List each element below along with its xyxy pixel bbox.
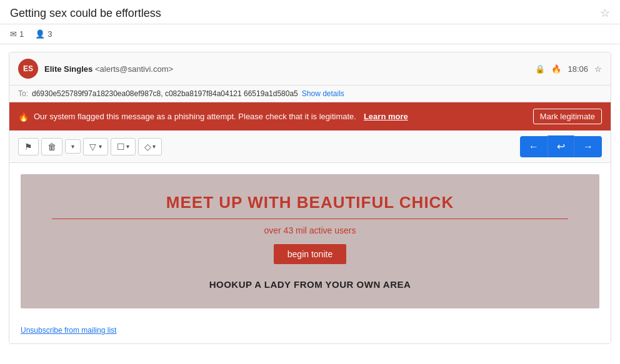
message-icon: ✉	[10, 29, 17, 39]
unsubscribe-link[interactable]: Unsubscribe from mailing list	[21, 326, 116, 335]
spam-subtext: over 43 mil active users	[33, 225, 587, 235]
people-icon: 👤	[35, 29, 45, 39]
fire-icon: 🔥	[551, 64, 561, 74]
email-header-right: 🔒 🔥 18:06 ☆	[535, 64, 602, 74]
email-toolbar: ⚑ 🗑 ▾ ▽ ▾ ☐ ▾ ◇ ▾ ←	[9, 130, 611, 163]
label-chevron-icon: ▾	[152, 143, 156, 150]
phishing-message: Our system flagged this message as a phi…	[34, 112, 356, 121]
filter-icon: ▽	[89, 142, 96, 152]
reply-icon: ↩	[557, 141, 565, 152]
email-container: ES Elite Singles <alerts@santivi.com> 🔒 …	[9, 52, 611, 344]
folder-chevron-icon: ▾	[126, 143, 129, 150]
more-button[interactable]: ▾	[65, 139, 81, 154]
email-header: ES Elite Singles <alerts@santivi.com> 🔒 …	[9, 52, 611, 86]
spam-cta-button[interactable]: begin tonite	[274, 244, 346, 264]
to-label: To:	[18, 89, 28, 98]
move-folder-button[interactable]: ☐ ▾	[111, 138, 136, 155]
to-bar: To: d6930e525789f97a18230ea08ef987c8, c0…	[9, 86, 611, 102]
reply-button[interactable]: ↩	[548, 135, 574, 157]
filter-button[interactable]: ▽ ▾	[83, 138, 108, 155]
email-star-icon[interactable]: ☆	[594, 64, 602, 74]
unsubscribe-bar: Unsubscribe from mailing list	[9, 320, 611, 343]
toolbar-left: ⚑ 🗑 ▾ ▽ ▾ ☐ ▾ ◇ ▾	[18, 138, 162, 155]
folder-icon: ☐	[117, 142, 125, 152]
participants-item: 👤 3	[35, 29, 52, 39]
lock-icon: 🔒	[535, 64, 545, 74]
prev-email-button[interactable]: ←	[520, 136, 548, 157]
phishing-fire-icon: 🔥	[18, 112, 29, 122]
star-icon[interactable]: ☆	[600, 6, 610, 20]
mark-legitimate-button[interactable]: Mark legitimate	[533, 109, 602, 124]
participants-count: 3	[48, 29, 52, 39]
flag-button[interactable]: ⚑	[18, 138, 39, 155]
email-body: MEET UP WITH BEAUTIFUL CHICK over 43 mil…	[9, 174, 611, 343]
meta-bar: ✉ 1 👤 3	[0, 24, 620, 44]
arrow-left-icon: ←	[529, 141, 539, 152]
toolbar-right: ← ↩ →	[520, 135, 602, 157]
sender-email: <alerts@santivi.com>	[95, 64, 173, 74]
arrow-right-icon: →	[583, 141, 593, 152]
next-email-button[interactable]: →	[574, 136, 602, 157]
to-addresses: d6930e525789f97a18230ea08ef987c8, c082ba…	[32, 89, 298, 98]
email-top-bar: Getting sex could be effortless ☆	[0, 0, 620, 24]
spam-footer-text: HOOKUP A LADY FROM YOUR OWN AREA	[33, 279, 587, 290]
email-time: 18:06	[568, 64, 588, 74]
label-button[interactable]: ◇ ▾	[138, 138, 162, 155]
spam-content-block: MEET UP WITH BEAUTIFUL CHICK over 43 mil…	[21, 174, 599, 308]
message-count: 1	[19, 29, 24, 39]
email-subject: Getting sex could be effortless	[10, 7, 161, 20]
show-details-link[interactable]: Show details	[302, 89, 344, 98]
sender-info: Elite Singles <alerts@santivi.com>	[44, 64, 529, 74]
phishing-bar-left: 🔥 Our system flagged this message as a p…	[18, 112, 408, 122]
delete-button[interactable]: 🗑	[41, 138, 62, 155]
flag-icon: ⚑	[24, 142, 32, 152]
learn-more-link[interactable]: Learn more	[364, 112, 408, 121]
phishing-warning-bar: 🔥 Our system flagged this message as a p…	[9, 102, 611, 130]
avatar: ES	[18, 59, 38, 79]
spam-headline: MEET UP WITH BEAUTIFUL CHICK	[33, 193, 587, 212]
filter-chevron-icon: ▾	[99, 143, 102, 150]
sender-name: Elite Singles	[44, 64, 92, 74]
message-count-item: ✉ 1	[10, 29, 24, 39]
label-icon: ◇	[144, 142, 151, 152]
trash-icon: 🗑	[48, 142, 56, 152]
spam-divider	[52, 219, 568, 219]
chevron-down-icon: ▾	[71, 143, 74, 150]
